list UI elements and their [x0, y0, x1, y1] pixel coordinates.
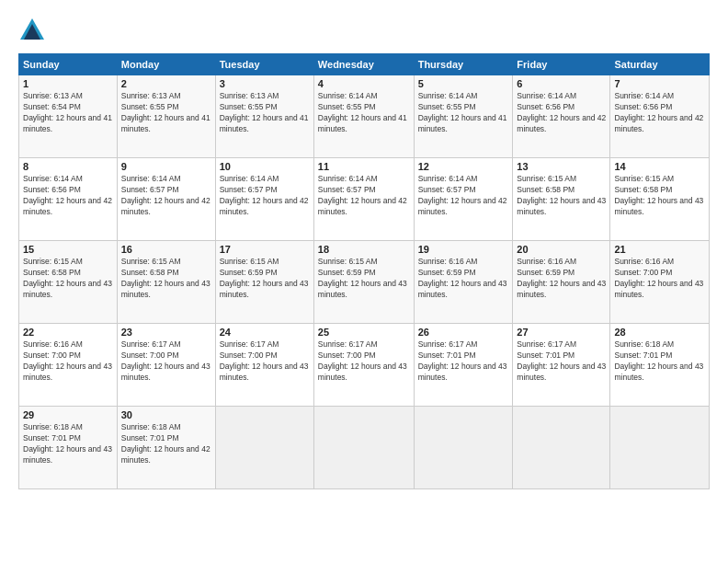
day-info: Sunrise: 6:17 AM Sunset: 7:00 PM Dayligh… — [220, 339, 310, 384]
weekday-header: Saturday — [610, 54, 710, 75]
day-number: 7 — [614, 78, 705, 89]
calendar-week-row: 22 Sunrise: 6:16 AM Sunset: 7:00 PM Dayl… — [19, 324, 710, 407]
day-number: 22 — [23, 327, 113, 338]
day-number: 2 — [121, 78, 211, 89]
calendar-day-cell: 14 Sunrise: 6:15 AM Sunset: 6:58 PM Dayl… — [610, 158, 710, 241]
day-number: 26 — [418, 327, 509, 338]
day-info: Sunrise: 6:16 AM Sunset: 6:59 PM Dayligh… — [418, 257, 509, 301]
day-number: 10 — [220, 161, 310, 172]
day-number: 27 — [517, 327, 606, 338]
weekday-header: Wednesday — [313, 54, 414, 75]
weekday-header: Thursday — [414, 54, 513, 75]
day-number: 6 — [517, 78, 606, 89]
day-number: 17 — [220, 244, 310, 255]
day-info: Sunrise: 6:14 AM Sunset: 6:57 PM Dayligh… — [318, 174, 410, 218]
day-number: 29 — [23, 409, 113, 420]
header — [18, 17, 710, 44]
day-info: Sunrise: 6:18 AM Sunset: 7:01 PM Dayligh… — [121, 422, 211, 466]
calendar-day-cell: 28 Sunrise: 6:18 AM Sunset: 7:01 PM Dayl… — [610, 324, 710, 407]
day-number: 9 — [121, 161, 211, 172]
calendar-day-cell: 27 Sunrise: 6:17 AM Sunset: 7:01 PM Dayl… — [513, 324, 610, 407]
calendar-day-cell: 1 Sunrise: 6:13 AM Sunset: 6:54 PM Dayli… — [19, 75, 118, 158]
day-number: 25 — [318, 327, 410, 338]
calendar-day-cell: 22 Sunrise: 6:16 AM Sunset: 7:00 PM Dayl… — [19, 324, 118, 407]
calendar-day-cell: 23 Sunrise: 6:17 AM Sunset: 7:00 PM Dayl… — [117, 324, 215, 407]
day-info: Sunrise: 6:15 AM Sunset: 6:58 PM Dayligh… — [517, 174, 606, 218]
calendar-day-cell: 4 Sunrise: 6:14 AM Sunset: 6:55 PM Dayli… — [313, 75, 414, 158]
page: SundayMondayTuesdayWednesdayThursdayFrid… — [0, 0, 728, 563]
day-number: 14 — [614, 161, 705, 172]
logo — [18, 17, 50, 44]
day-number: 11 — [318, 161, 410, 172]
calendar-day-cell: 8 Sunrise: 6:14 AM Sunset: 6:56 PM Dayli… — [19, 158, 118, 241]
day-number: 16 — [121, 244, 211, 255]
day-info: Sunrise: 6:14 AM Sunset: 6:55 PM Dayligh… — [418, 91, 509, 135]
calendar-day-cell: 13 Sunrise: 6:15 AM Sunset: 6:58 PM Dayl… — [513, 158, 610, 241]
calendar-day-cell: 21 Sunrise: 6:16 AM Sunset: 7:00 PM Dayl… — [610, 241, 710, 324]
calendar-week-row: 29 Sunrise: 6:18 AM Sunset: 7:01 PM Dayl… — [19, 407, 710, 489]
day-info: Sunrise: 6:13 AM Sunset: 6:55 PM Dayligh… — [121, 91, 211, 135]
day-info: Sunrise: 6:14 AM Sunset: 6:56 PM Dayligh… — [517, 91, 606, 135]
day-info: Sunrise: 6:14 AM Sunset: 6:57 PM Dayligh… — [220, 174, 310, 218]
calendar-day-cell: 17 Sunrise: 6:15 AM Sunset: 6:59 PM Dayl… — [215, 241, 313, 324]
calendar-day-cell: 18 Sunrise: 6:15 AM Sunset: 6:59 PM Dayl… — [313, 241, 414, 324]
calendar-day-cell: 3 Sunrise: 6:13 AM Sunset: 6:55 PM Dayli… — [215, 75, 313, 158]
day-info: Sunrise: 6:16 AM Sunset: 7:00 PM Dayligh… — [614, 257, 705, 301]
day-info: Sunrise: 6:18 AM Sunset: 7:01 PM Dayligh… — [23, 422, 113, 466]
calendar-week-row: 15 Sunrise: 6:15 AM Sunset: 6:58 PM Dayl… — [19, 241, 710, 324]
calendar-day-cell: 30 Sunrise: 6:18 AM Sunset: 7:01 PM Dayl… — [117, 407, 215, 489]
day-info: Sunrise: 6:17 AM Sunset: 7:00 PM Dayligh… — [318, 339, 410, 384]
day-number: 3 — [220, 78, 310, 89]
weekday-header: Sunday — [19, 54, 118, 75]
logo-icon — [18, 17, 46, 44]
calendar-day-cell: 24 Sunrise: 6:17 AM Sunset: 7:00 PM Dayl… — [215, 324, 313, 407]
day-number: 23 — [121, 327, 211, 338]
day-number: 18 — [318, 244, 410, 255]
day-info: Sunrise: 6:18 AM Sunset: 7:01 PM Dayligh… — [614, 339, 705, 384]
calendar-day-cell — [414, 407, 513, 489]
day-info: Sunrise: 6:14 AM Sunset: 6:56 PM Dayligh… — [23, 174, 113, 218]
day-info: Sunrise: 6:15 AM Sunset: 6:58 PM Dayligh… — [121, 257, 211, 301]
calendar-day-cell: 6 Sunrise: 6:14 AM Sunset: 6:56 PM Dayli… — [513, 75, 610, 158]
day-number: 1 — [23, 78, 113, 89]
day-info: Sunrise: 6:16 AM Sunset: 7:00 PM Dayligh… — [23, 339, 113, 384]
day-info: Sunrise: 6:13 AM Sunset: 6:54 PM Dayligh… — [23, 91, 113, 135]
weekday-header: Monday — [117, 54, 215, 75]
calendar-day-cell: 19 Sunrise: 6:16 AM Sunset: 6:59 PM Dayl… — [414, 241, 513, 324]
calendar-day-cell — [215, 407, 313, 489]
calendar-day-cell: 11 Sunrise: 6:14 AM Sunset: 6:57 PM Dayl… — [313, 158, 414, 241]
calendar-day-cell: 7 Sunrise: 6:14 AM Sunset: 6:56 PM Dayli… — [610, 75, 710, 158]
calendar-week-row: 8 Sunrise: 6:14 AM Sunset: 6:56 PM Dayli… — [19, 158, 710, 241]
day-info: Sunrise: 6:14 AM Sunset: 6:56 PM Dayligh… — [614, 91, 705, 135]
day-number: 30 — [121, 409, 211, 420]
day-number: 28 — [614, 327, 705, 338]
calendar-day-cell — [313, 407, 414, 489]
day-info: Sunrise: 6:15 AM Sunset: 6:59 PM Dayligh… — [220, 257, 310, 301]
calendar-day-cell: 10 Sunrise: 6:14 AM Sunset: 6:57 PM Dayl… — [215, 158, 313, 241]
day-number: 21 — [614, 244, 705, 255]
calendar-body: 1 Sunrise: 6:13 AM Sunset: 6:54 PM Dayli… — [19, 75, 710, 489]
calendar-day-cell: 16 Sunrise: 6:15 AM Sunset: 6:58 PM Dayl… — [117, 241, 215, 324]
day-info: Sunrise: 6:17 AM Sunset: 7:00 PM Dayligh… — [121, 339, 211, 384]
weekday-row: SundayMondayTuesdayWednesdayThursdayFrid… — [19, 54, 710, 75]
day-info: Sunrise: 6:14 AM Sunset: 6:57 PM Dayligh… — [121, 174, 211, 218]
day-number: 19 — [418, 244, 509, 255]
calendar-day-cell: 2 Sunrise: 6:13 AM Sunset: 6:55 PM Dayli… — [117, 75, 215, 158]
calendar-day-cell: 26 Sunrise: 6:17 AM Sunset: 7:01 PM Dayl… — [414, 324, 513, 407]
calendar-day-cell: 12 Sunrise: 6:14 AM Sunset: 6:57 PM Dayl… — [414, 158, 513, 241]
calendar-header: SundayMondayTuesdayWednesdayThursdayFrid… — [19, 54, 710, 75]
day-number: 5 — [418, 78, 509, 89]
calendar-day-cell: 29 Sunrise: 6:18 AM Sunset: 7:01 PM Dayl… — [19, 407, 118, 489]
day-info: Sunrise: 6:17 AM Sunset: 7:01 PM Dayligh… — [418, 339, 509, 384]
day-number: 8 — [23, 161, 113, 172]
day-info: Sunrise: 6:13 AM Sunset: 6:55 PM Dayligh… — [220, 91, 310, 135]
day-number: 15 — [23, 244, 113, 255]
calendar-day-cell: 25 Sunrise: 6:17 AM Sunset: 7:00 PM Dayl… — [313, 324, 414, 407]
calendar-day-cell: 15 Sunrise: 6:15 AM Sunset: 6:58 PM Dayl… — [19, 241, 118, 324]
calendar-table: SundayMondayTuesdayWednesdayThursdayFrid… — [18, 53, 710, 489]
day-info: Sunrise: 6:15 AM Sunset: 6:58 PM Dayligh… — [614, 174, 705, 218]
day-number: 20 — [517, 244, 606, 255]
calendar-week-row: 1 Sunrise: 6:13 AM Sunset: 6:54 PM Dayli… — [19, 75, 710, 158]
calendar-day-cell — [513, 407, 610, 489]
day-info: Sunrise: 6:17 AM Sunset: 7:01 PM Dayligh… — [517, 339, 606, 384]
